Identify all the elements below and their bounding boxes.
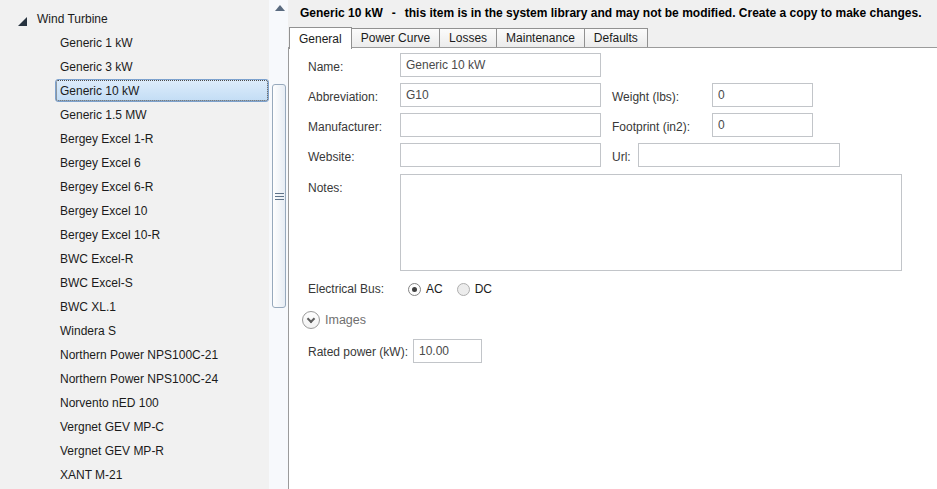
radio-dc[interactable]: DC: [457, 282, 492, 296]
tree-item-label: Vergnet GEV MP-R: [60, 444, 164, 458]
tree-item-label: Generic 1 kW: [60, 36, 133, 50]
tree-item[interactable]: Bergey Excel 10-R: [0, 223, 269, 247]
tree-item-label: Bergey Excel 6-R: [60, 180, 153, 194]
scrollbar-thumb[interactable]: [272, 84, 286, 308]
expander-circle: [302, 311, 320, 329]
tree-item[interactable]: Vergnet GEV MP-R: [0, 439, 269, 463]
tree-item[interactable]: BWC Excel-S: [0, 271, 269, 295]
tree-item-label: BWC XL.1: [60, 300, 116, 314]
tree-item[interactable]: Windera S: [0, 319, 269, 343]
tree-item-label: Generic 10 kW: [60, 84, 139, 98]
tree-item-label: Bergey Excel 1-R: [60, 132, 153, 146]
detail-panel: Generic 10 kW-this item is in the system…: [288, 0, 937, 489]
tree-item-label: Generic 3 kW: [60, 60, 133, 74]
library-sidebar: Wind Turbine Generic 1 kW Generic 3 kW G…: [0, 0, 269, 489]
tree-item[interactable]: Bergey Excel 6: [0, 151, 269, 175]
tree-item-label: Bergey Excel 10-R: [60, 228, 160, 242]
tree-item-selected[interactable]: Generic 10 kW: [0, 79, 269, 103]
tree-item[interactable]: XANT M-21: [0, 463, 269, 487]
radio-unselected-icon: [457, 283, 470, 296]
library-notice: Generic 10 kW-this item is in the system…: [300, 6, 922, 20]
tab-power-curve[interactable]: Power Curve: [351, 28, 440, 47]
tree-item[interactable]: Generic 3 kW: [0, 55, 269, 79]
tree-item-label: Windera S: [60, 324, 116, 338]
radio-dc-label: DC: [475, 282, 492, 296]
app-window: Wind Turbine Generic 1 kW Generic 3 kW G…: [0, 0, 937, 489]
turbine-tree: Wind Turbine Generic 1 kW Generic 3 kW G…: [0, 7, 269, 487]
tab-general[interactable]: General: [289, 27, 352, 49]
tree-item-label: Vergnet GEV MP-C: [60, 420, 164, 434]
chevron-down-icon: [307, 314, 315, 322]
weight-label: Weight (lbs):: [612, 90, 679, 104]
tree-item[interactable]: Bergey Excel 6-R: [0, 175, 269, 199]
tree-item[interactable]: Northern Power NPS100C-21: [0, 343, 269, 367]
manufacturer-field[interactable]: [400, 113, 601, 137]
electrical-bus-options: AC DC: [408, 277, 506, 301]
electrical-bus-row: Electrical Bus:: [308, 277, 384, 301]
tab-losses[interactable]: Losses: [439, 28, 497, 47]
images-expander[interactable]: Images: [302, 311, 366, 329]
website-field[interactable]: [400, 143, 601, 167]
tree-item[interactable]: Vergnet GEV MP-C: [0, 415, 269, 439]
abbreviation-field[interactable]: [400, 83, 601, 107]
url-label: Url:: [612, 150, 631, 164]
rated-power-field[interactable]: [413, 339, 482, 363]
tree-item-label: Norvento nED 100: [60, 396, 159, 410]
library-message: this item is in the system library and m…: [405, 6, 922, 20]
tree-expanded-icon[interactable]: [18, 15, 27, 24]
tree-item[interactable]: Norvento nED 100: [0, 391, 269, 415]
tree-item[interactable]: BWC Excel-R: [0, 247, 269, 271]
abbreviation-label: Abbreviation:: [308, 90, 378, 104]
footprint-field[interactable]: [712, 113, 813, 137]
radio-ac[interactable]: AC: [408, 282, 443, 296]
tree-item-label: Northern Power NPS100C-21: [60, 348, 218, 362]
grip-lines-icon: [275, 193, 284, 200]
radio-ac-label: AC: [426, 282, 443, 296]
tree-root-label: Wind Turbine: [37, 12, 108, 26]
notes-label: Notes:: [308, 181, 343, 195]
title-dash: -: [392, 6, 396, 20]
tab-defaults[interactable]: Defaults: [584, 28, 648, 47]
footprint-label: Footprint (in2):: [612, 120, 690, 134]
tree-item[interactable]: Northern Power NPS100C-24: [0, 367, 269, 391]
tree-item-label: XANT M-21: [60, 468, 122, 482]
sidebar-scrollbar[interactable]: [269, 0, 290, 489]
tree-item[interactable]: Bergey Excel 1-R: [0, 127, 269, 151]
tree-item[interactable]: BWC XL.1: [0, 295, 269, 319]
radio-selected-icon: [408, 283, 421, 296]
tree-root-wind-turbine[interactable]: Wind Turbine: [0, 7, 269, 31]
manufacturer-label: Manufacturer:: [308, 120, 382, 134]
tree-item-label: Bergey Excel 10: [60, 204, 147, 218]
tab-strip: General Power Curve Losses Maintenance D…: [289, 27, 647, 49]
triangle-up-icon: [275, 5, 285, 11]
tree-item-label: Bergey Excel 6: [60, 156, 141, 170]
website-label: Website:: [308, 150, 354, 164]
tree-item-label: Generic 1.5 MW: [60, 108, 147, 122]
name-field[interactable]: [400, 53, 601, 77]
tab-page-general: Name: Abbreviation: Weight (lbs): Manufa…: [288, 47, 937, 489]
tree-item-label: BWC Excel-S: [60, 276, 133, 290]
images-label: Images: [325, 313, 366, 327]
tree-item-label: Northern Power NPS100C-24: [60, 372, 218, 386]
selection-highlight: Generic 10 kW: [55, 79, 269, 102]
name-label: Name:: [308, 60, 343, 74]
tree-item[interactable]: Generic 1.5 MW: [0, 103, 269, 127]
tree-item-label: BWC Excel-R: [60, 252, 133, 266]
scroll-up-button[interactable]: [269, 0, 290, 15]
tab-maintenance[interactable]: Maintenance: [496, 28, 585, 47]
tree-item[interactable]: Generic 1 kW: [0, 31, 269, 55]
item-title: Generic 10 kW: [300, 6, 383, 20]
notes-field[interactable]: [400, 174, 902, 271]
weight-field[interactable]: [712, 83, 813, 107]
tree-item[interactable]: Bergey Excel 10: [0, 199, 269, 223]
rated-power-label: Rated power (kW):: [308, 345, 408, 359]
detail-header: Generic 10 kW-this item is in the system…: [288, 0, 937, 47]
url-field[interactable]: [638, 143, 840, 167]
electrical-bus-label: Electrical Bus:: [308, 282, 384, 296]
